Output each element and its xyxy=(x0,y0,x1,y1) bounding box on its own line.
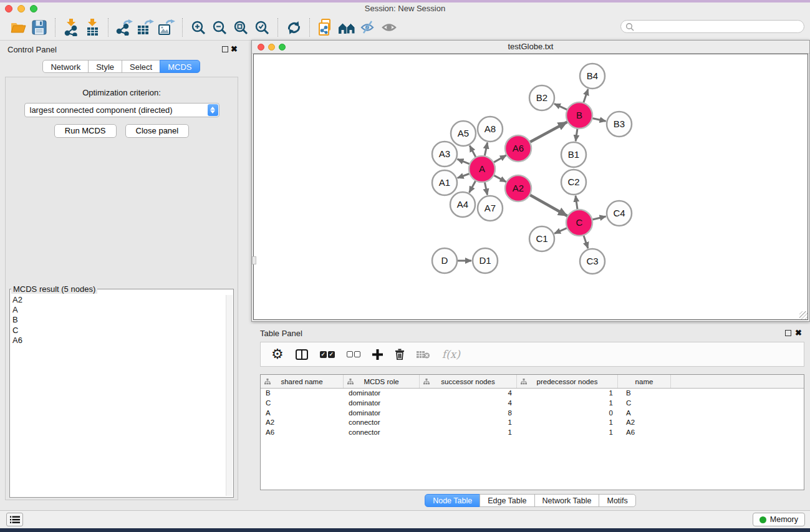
close-table-panel-icon[interactable]: ✖ xyxy=(795,328,802,337)
close-window-button[interactable] xyxy=(5,5,12,12)
hide-selected-button[interactable] xyxy=(357,17,378,37)
graph-node-A8[interactable]: A8 xyxy=(478,117,503,142)
table-tab-node-table[interactable]: Node Table xyxy=(425,494,480,507)
graph-node-C2[interactable]: C2 xyxy=(561,170,586,195)
graph-edge-C-C3[interactable] xyxy=(584,235,588,248)
graph-edge-C-C2[interactable] xyxy=(576,196,577,210)
graph-edge-A-A8[interactable] xyxy=(485,143,487,157)
graph-node-A1[interactable]: A1 xyxy=(432,170,457,195)
graph-node-A3[interactable]: A3 xyxy=(432,142,457,167)
graph-node-C1[interactable]: C1 xyxy=(529,226,554,251)
column-header-successor-nodes[interactable]: successor nodes xyxy=(420,375,517,388)
tab-style[interactable]: Style xyxy=(88,60,122,73)
run-mcds-button[interactable]: Run MCDS xyxy=(54,124,117,138)
open-session-button[interactable] xyxy=(7,17,29,37)
graph-edge-C-C1[interactable] xyxy=(554,228,567,233)
zoom-in-button[interactable] xyxy=(188,17,209,37)
graph-node-C[interactable]: C xyxy=(566,210,592,236)
graph-edge-B-B1[interactable] xyxy=(576,128,577,141)
table-row[interactable]: A2connector11A2 xyxy=(261,418,804,428)
graph-edge-A2-C[interactable] xyxy=(529,195,567,216)
graph-edge-A-A4[interactable] xyxy=(470,180,476,192)
mcds-result-item[interactable]: A2 xyxy=(12,295,233,305)
graph-edge-A6-B[interactable] xyxy=(529,122,567,142)
float-table-panel-icon[interactable] xyxy=(785,330,791,336)
graph-node-D[interactable]: D xyxy=(432,248,457,273)
memory-button[interactable]: Memory xyxy=(753,513,805,526)
zoom-out-button[interactable] xyxy=(209,17,230,37)
graph-edge-B-B4[interactable] xyxy=(584,89,588,103)
delete-column-button[interactable] xyxy=(395,349,405,360)
graph-node-D1[interactable]: D1 xyxy=(473,248,498,273)
panel-splitter-handle[interactable] xyxy=(252,256,256,264)
column-header-predecessor-nodes[interactable]: predecessor nodes xyxy=(517,375,618,388)
export-table-button[interactable] xyxy=(135,17,156,37)
float-panel-icon[interactable] xyxy=(222,46,228,52)
graph-edge-A-A1[interactable] xyxy=(458,173,470,178)
table-tab-edge-table[interactable]: Edge Table xyxy=(480,494,534,507)
graph-node-B4[interactable]: B4 xyxy=(580,64,605,89)
column-header-shared-name[interactable]: shared name xyxy=(261,375,344,388)
graph-node-C3[interactable]: C3 xyxy=(580,249,605,274)
graph-node-A6[interactable]: A6 xyxy=(505,135,531,162)
table-tab-network-table[interactable]: Network Table xyxy=(534,494,600,507)
criterion-select[interactable]: largest connected component (directed) xyxy=(24,103,219,117)
zoom-fit-button[interactable] xyxy=(230,17,251,37)
mcds-result-item[interactable]: B xyxy=(12,315,233,325)
refresh-button[interactable] xyxy=(283,17,304,37)
delete-table-button[interactable] xyxy=(417,350,430,359)
split-view-button[interactable] xyxy=(296,349,308,360)
graph-edge-A-A3[interactable] xyxy=(457,159,470,164)
select-all-columns-button[interactable]: ✓ ✓ xyxy=(320,351,335,358)
graph-edge-B-B3[interactable] xyxy=(592,118,606,121)
resize-corner[interactable] xyxy=(799,311,808,319)
graph-node-A4[interactable]: A4 xyxy=(450,192,475,217)
graph-edge-A-A6[interactable] xyxy=(493,155,506,163)
import-table-button[interactable] xyxy=(82,17,103,37)
column-header-mcds-role[interactable]: MCDS role xyxy=(344,375,420,388)
minimize-network-button[interactable] xyxy=(268,44,275,51)
mcds-result-item[interactable]: A6 xyxy=(12,336,233,346)
mcds-scrollbar[interactable] xyxy=(226,295,233,496)
column-header-name[interactable]: name xyxy=(618,375,671,388)
graph-node-B2[interactable]: B2 xyxy=(529,85,554,110)
network-from-selection-button[interactable] xyxy=(315,17,336,37)
tab-mcds[interactable]: MCDS xyxy=(160,60,200,73)
function-builder-button[interactable]: f(x) xyxy=(442,348,460,360)
close-panel-button[interactable]: Close panel xyxy=(125,124,190,138)
zoom-selected-button[interactable] xyxy=(251,17,272,37)
save-session-button[interactable] xyxy=(29,17,50,37)
mcds-result-item[interactable]: A xyxy=(12,305,233,315)
graph-edge-A-A5[interactable] xyxy=(470,145,476,157)
table-tab-motifs[interactable]: Motifs xyxy=(599,494,635,507)
network-canvas[interactable]: B4B2BB3A8A5A6A3B1AC2A1A2A4A7C4CC1DD1C3 xyxy=(253,54,808,320)
graph-node-A7[interactable]: A7 xyxy=(478,196,503,221)
graph-node-B3[interactable]: B3 xyxy=(607,112,632,137)
graph-edge-C-C4[interactable] xyxy=(592,216,605,220)
add-column-button[interactable] xyxy=(372,349,383,360)
table-row[interactable]: Adominator80A xyxy=(261,409,804,418)
table-row[interactable]: Bdominator41B xyxy=(261,389,804,399)
table-row[interactable]: Cdominator41C xyxy=(261,399,804,409)
close-panel-icon[interactable]: ✖ xyxy=(231,44,238,54)
table-settings-button[interactable]: ⚙ xyxy=(271,347,284,361)
graph-node-A2[interactable]: A2 xyxy=(505,175,531,201)
zoom-window-button[interactable] xyxy=(30,5,37,12)
minimize-window-button[interactable] xyxy=(17,5,25,12)
search-input[interactable] xyxy=(620,20,804,33)
table-row[interactable]: A6connector11A6 xyxy=(261,428,804,438)
zoom-network-button[interactable] xyxy=(279,44,286,51)
export-image-button[interactable] xyxy=(156,17,177,37)
close-network-button[interactable] xyxy=(258,44,264,51)
deselect-all-columns-button[interactable] xyxy=(347,351,360,357)
graph-node-A5[interactable]: A5 xyxy=(451,121,476,146)
graph-edge-B-B2[interactable] xyxy=(554,104,567,110)
graph-edge-A-A7[interactable] xyxy=(485,182,487,195)
graph-node-C4[interactable]: C4 xyxy=(607,201,632,226)
tab-network[interactable]: Network xyxy=(42,60,89,73)
task-history-button[interactable] xyxy=(6,513,23,526)
tab-select[interactable]: Select xyxy=(122,60,160,73)
graph-node-A[interactable]: A xyxy=(469,156,495,182)
import-network-button[interactable] xyxy=(60,17,82,37)
graph-edge-A-A2[interactable] xyxy=(494,175,506,182)
